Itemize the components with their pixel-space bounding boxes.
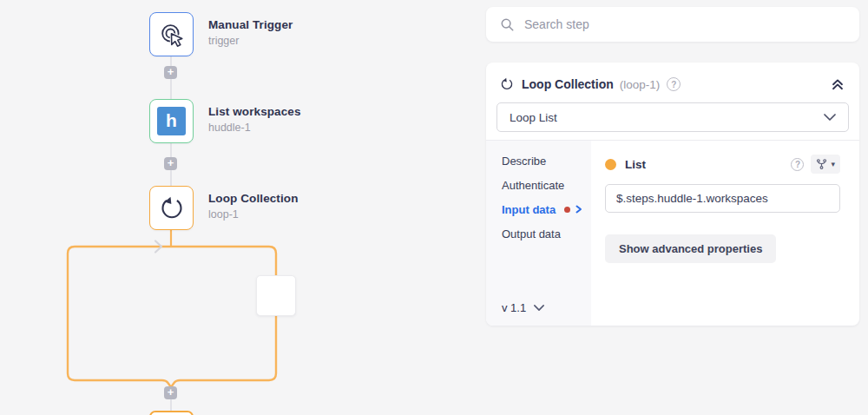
menu-item-output-data[interactable]: Output data — [486, 221, 591, 246]
help-icon[interactable]: ? — [667, 77, 681, 91]
step-config-panel: Loop Collection (loop-1) ? Loop List Des… — [486, 63, 859, 326]
search-input[interactable] — [524, 17, 845, 31]
field-status-dot — [605, 159, 616, 170]
node-box-manual-trigger[interactable] — [149, 12, 194, 56]
list-value-input[interactable] — [605, 184, 840, 213]
input-data-form: List ? ▾ Show advanced properties — [591, 141, 859, 326]
node-subtitle: loop-1 — [208, 208, 299, 221]
menu-item-input-data[interactable]: Input data — [486, 197, 591, 221]
add-step-button[interactable]: + — [164, 66, 177, 79]
required-alert-dot — [564, 207, 570, 213]
add-step-button[interactable]: + — [164, 386, 177, 399]
workflow-builder: Manual Trigger trigger + h List workspac… — [0, 0, 868, 415]
chevron-down-icon — [824, 114, 836, 121]
field-help-icon[interactable]: ? — [791, 158, 804, 171]
manual-trigger-icon — [159, 22, 185, 48]
input-mode-button[interactable]: ▾ — [811, 155, 840, 174]
add-step-button[interactable]: + — [164, 157, 177, 170]
operation-dropdown[interactable]: Loop List — [496, 102, 849, 132]
config-side-menu: Describe Authenticate Input data Output … — [486, 141, 591, 326]
caret-down-icon: ▾ — [831, 161, 835, 168]
show-advanced-properties-button[interactable]: Show advanced properties — [605, 234, 776, 263]
loop-placeholder-node[interactable] — [256, 275, 296, 316]
node-box-loop-collection[interactable] — [149, 186, 194, 230]
panel-header: Loop Collection (loop-1) ? — [486, 63, 859, 102]
next-node-partial[interactable] — [149, 411, 194, 415]
operation-dropdown-value: Loop List — [510, 111, 824, 124]
loop-path — [68, 247, 276, 387]
step-id-label: (loop-1) — [620, 78, 661, 91]
node-box-list-workspaces[interactable]: h — [149, 99, 194, 143]
node-title: Loop Collection — [208, 192, 299, 205]
version-selector[interactable]: v 1.1 — [502, 301, 544, 314]
field-label: List — [625, 158, 646, 171]
node-title: List workspaces — [208, 105, 301, 118]
node-subtitle: huddle-1 — [208, 122, 301, 134]
menu-item-authenticate[interactable]: Authenticate — [486, 173, 591, 197]
menu-item-describe[interactable]: Describe — [486, 148, 591, 173]
flow-arrow-icon — [155, 241, 161, 253]
panel-title: Loop Collection — [522, 77, 614, 91]
branch-icon — [816, 158, 827, 170]
node-title: Manual Trigger — [208, 18, 293, 31]
huddle-icon: h — [157, 107, 186, 135]
search-icon — [500, 17, 515, 32]
loop-icon — [500, 77, 514, 91]
collapse-panel-icon[interactable] — [830, 76, 845, 92]
loop-icon — [159, 195, 185, 221]
chevron-right-icon — [575, 205, 582, 214]
version-label: v 1.1 — [502, 301, 526, 314]
step-search-bar — [486, 7, 859, 42]
node-subtitle: trigger — [208, 35, 293, 47]
chevron-down-icon — [534, 305, 544, 311]
